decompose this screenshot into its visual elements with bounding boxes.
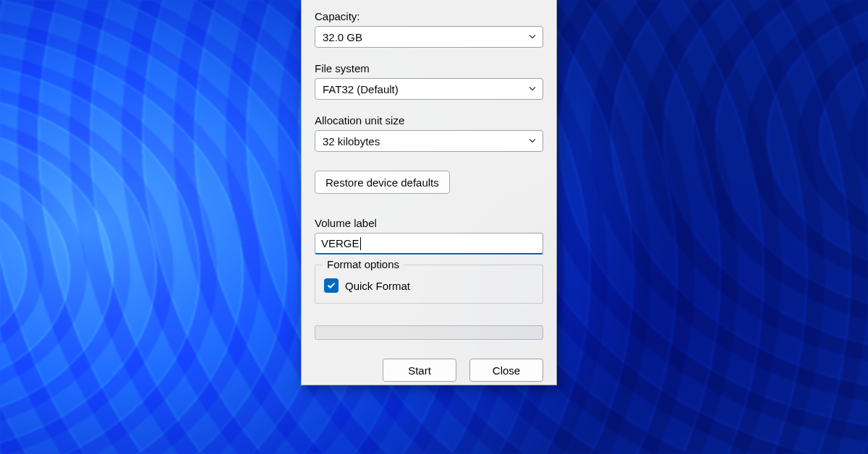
allocation-value: 32 kilobytes	[323, 135, 380, 147]
volume-label-caption: Volume label	[315, 217, 543, 229]
format-dialog: Capacity: 32.0 GB File system FAT32 (Def…	[301, 0, 557, 385]
quick-format-checkbox[interactable]	[324, 278, 339, 293]
desktop-wallpaper: Capacity: 32.0 GB File system FAT32 (Def…	[0, 0, 868, 454]
dialog-action-row: Start Close	[315, 359, 543, 385]
check-icon	[326, 280, 336, 291]
text-caret	[360, 237, 361, 250]
allocation-select[interactable]: 32 kilobytes	[315, 130, 543, 152]
allocation-label: Allocation unit size	[315, 114, 543, 127]
capacity-select[interactable]: 32.0 GB	[315, 26, 543, 48]
volume-label-input[interactable]: VERGE	[315, 233, 543, 254]
progress-bar	[315, 325, 543, 340]
volume-label-value: VERGE	[321, 237, 359, 249]
quick-format-label: Quick Format	[345, 280, 410, 292]
chevron-down-icon	[528, 135, 537, 147]
chevron-down-icon	[528, 83, 537, 95]
filesystem-label: File system	[315, 62, 543, 74]
start-button[interactable]: Start	[383, 359, 456, 382]
format-options-legend: Format options	[323, 258, 404, 270]
capacity-label: Capacity:	[315, 10, 543, 22]
close-button[interactable]: Close	[469, 359, 543, 382]
filesystem-value: FAT32 (Default)	[323, 83, 399, 95]
capacity-value: 32.0 GB	[323, 31, 362, 43]
filesystem-select[interactable]: FAT32 (Default)	[315, 78, 543, 100]
chevron-down-icon	[528, 31, 537, 43]
format-options-group: Format options Quick Format	[315, 265, 543, 304]
restore-defaults-button[interactable]: Restore device defaults	[315, 171, 450, 194]
